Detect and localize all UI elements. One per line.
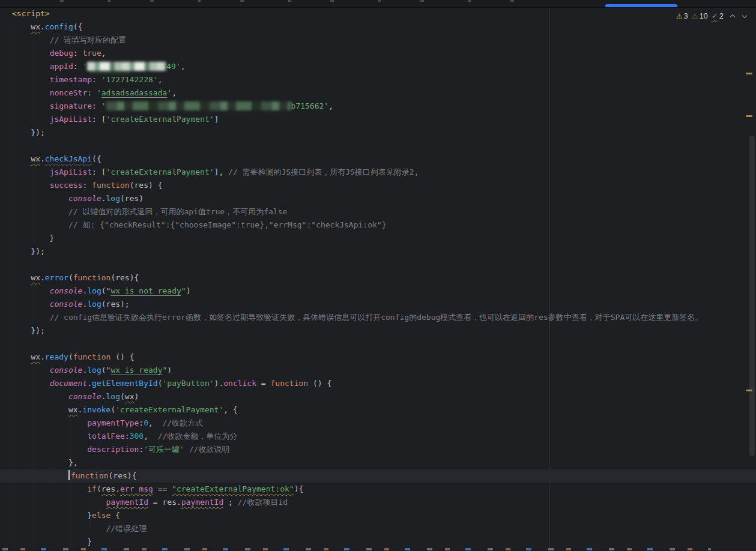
code-line[interactable]: paymentType:0, //收款方式	[0, 417, 756, 430]
code-line[interactable]: paymentId = res.paymentId ; //收款项目id	[0, 496, 756, 509]
stripe-marker[interactable]	[746, 115, 752, 117]
code-line[interactable]: wx.error(function(res){	[0, 271, 756, 285]
code-line[interactable]: document.getElementById('payButton').onc…	[0, 377, 756, 390]
code-line[interactable]: console.log(res);	[0, 298, 756, 311]
weak-warnings-item[interactable]: ⚠10	[692, 11, 708, 20]
code-line[interactable]: if(res.err_msg == "createExternalPayment…	[0, 483, 756, 496]
code-line[interactable]: timestamp: '1727142228',	[0, 73, 756, 86]
code-line[interactable]: // 请填写对应的配置	[0, 34, 756, 47]
code-line[interactable]	[0, 139, 756, 152]
code-line[interactable]: <script>	[0, 7, 756, 20]
typos-count: 2	[719, 11, 724, 20]
code-line[interactable]: success: function(res) {	[0, 179, 756, 192]
warning-icon: ⚠	[676, 12, 683, 20]
code-line[interactable]: });	[0, 324, 756, 337]
weak-warnings-count: 10	[699, 11, 707, 20]
code-line[interactable]: console.log("wx is ready")	[0, 364, 756, 377]
code-line[interactable]: }	[0, 535, 756, 549]
warnings-count: 3	[683, 11, 688, 20]
typos-item[interactable]: ✓2	[712, 11, 724, 20]
code-line[interactable]: console.log(res)	[0, 192, 756, 205]
code-line[interactable]: },	[0, 456, 756, 469]
code-line[interactable]: // 以键值对的形式返回，可用的api值true，不可用为false	[0, 205, 756, 218]
tab-text-fragment	[60, 0, 528, 2]
typo-check-icon: ✓	[712, 11, 718, 20]
active-tab-indicator[interactable]	[605, 4, 677, 7]
code-line[interactable]: signature: 'b715662',	[0, 100, 756, 113]
code-line[interactable]: // config信息验证失败会执行error函数，如签名过期导致验证失败，具体…	[0, 311, 756, 324]
code-line[interactable]: console.log(wx)	[0, 390, 756, 403]
clipped-code-line	[2, 548, 711, 550]
code-line[interactable]	[0, 258, 756, 271]
code-line[interactable]: appId: '49',	[0, 60, 756, 73]
code-line[interactable]: });	[0, 245, 756, 258]
tab-bar-strip	[0, 0, 756, 8]
scrollbar-thumb[interactable]	[749, 136, 755, 456]
code-line[interactable]: wx.ready(function () {	[0, 351, 756, 364]
weak-warning-icon: ⚠	[692, 12, 698, 20]
code-line[interactable]: jsApiList: ['createExternalPayment'], //…	[0, 166, 756, 179]
next-problem-chevron-down-icon[interactable]	[742, 13, 748, 19]
code-line[interactable]	[0, 337, 756, 351]
code-line[interactable]: //错误处理	[0, 522, 756, 535]
code-line[interactable]: }else {	[0, 509, 756, 522]
code-line[interactable]: console.log("wx is not ready")	[0, 285, 756, 298]
code-line[interactable]: });	[0, 126, 756, 139]
warnings-item[interactable]: ⚠3	[676, 11, 688, 20]
code-line[interactable]: totalFee:300, //收款金额，单位为分	[0, 430, 756, 443]
code-line-current[interactable]: function(res){	[0, 469, 756, 483]
code-line[interactable]: nonceStr: 'adsadsadassada',	[0, 86, 756, 100]
code-line[interactable]: jsApiList: ['createExternalPayment']	[0, 113, 756, 126]
code-line[interactable]: }	[0, 232, 756, 245]
redacted-blur	[106, 101, 291, 110]
code-line[interactable]: // 如: {"checkResult":{"chooseImage":true…	[0, 218, 756, 232]
inspections-widget: ⚠3 ⚠10 ✓2	[676, 11, 748, 20]
previous-problem-chevron-up-icon[interactable]	[730, 13, 736, 19]
text-caret	[68, 470, 70, 480]
code-line[interactable]: wx.invoke('createExternalPayment', {	[0, 403, 756, 417]
ide-editor-window: { "tab_bar": { "active_tab_indicator_col…	[0, 0, 756, 551]
code-area[interactable]: <script> wx.config({ // 请填写对应的配置 debug: …	[0, 7, 756, 549]
code-line[interactable]: wx.checkJsApi({	[0, 152, 756, 166]
code-line[interactable]: wx.config({	[0, 20, 756, 34]
redacted-blur	[87, 62, 166, 71]
code-line[interactable]: debug: true,	[0, 47, 756, 60]
stripe-marker[interactable]	[746, 73, 752, 74]
code-line[interactable]: description:'可乐一罐' //收款说明	[0, 443, 756, 456]
